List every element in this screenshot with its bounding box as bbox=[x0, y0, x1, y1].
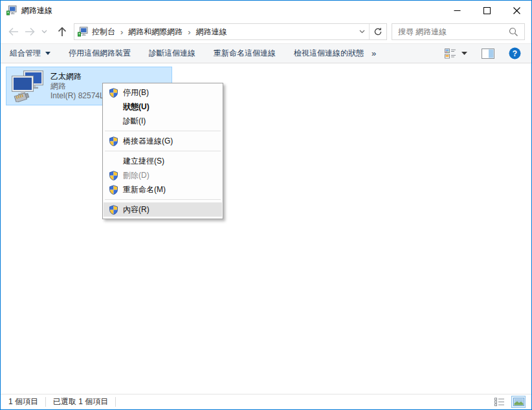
selected-count: 已選取 1 個項目 bbox=[53, 396, 108, 407]
breadcrumb-item-network-and-internet[interactable]: 網路和網際網路 bbox=[124, 27, 186, 38]
forward-arrow-icon bbox=[25, 27, 36, 36]
status-bar: 1 個項目 已選取 1 個項目 bbox=[1, 394, 531, 409]
context-menu-item-create-shortcut[interactable]: 建立捷徑(S) bbox=[104, 154, 222, 168]
menu-item-label: 刪除(D) bbox=[123, 170, 150, 181]
menu-item-label: 停用(B) bbox=[123, 87, 149, 98]
menu-item-label: 診斷(I) bbox=[123, 116, 146, 127]
uac-shield-icon bbox=[104, 205, 123, 215]
status-divider bbox=[45, 397, 46, 407]
adapter-name: 乙太網路 bbox=[50, 72, 104, 81]
adapter-status: 網路 bbox=[50, 81, 104, 91]
file-list-area[interactable]: 乙太網路 網路 Intel(R) 82574L 停用(B)狀態(U)診斷(I)橋… bbox=[1, 63, 531, 394]
context-menu-item-diagnose[interactable]: 診斷(I) bbox=[104, 114, 222, 128]
uac-shield-icon bbox=[104, 185, 123, 195]
toolbar-button-rename-connection[interactable]: 重新命名這個連線 bbox=[214, 48, 276, 59]
preview-pane-button[interactable] bbox=[482, 49, 494, 59]
minimize-icon bbox=[454, 7, 461, 14]
caret-down-icon bbox=[45, 52, 50, 55]
window-controls bbox=[442, 1, 531, 20]
menu-separator bbox=[105, 131, 221, 131]
status-left: 1 個項目 已選取 1 個項目 bbox=[8, 396, 123, 407]
adapter-text: 乙太網路 網路 Intel(R) 82574L bbox=[50, 72, 104, 101]
close-icon bbox=[513, 7, 520, 14]
chevron-down-icon bbox=[359, 30, 365, 34]
menu-item-label: 內容(R) bbox=[123, 204, 150, 215]
menu-item-label: 狀態(U) bbox=[123, 102, 150, 113]
minimize-button[interactable] bbox=[442, 1, 472, 20]
ethernet-adapter-icon bbox=[11, 70, 45, 102]
context-menu-item-rename[interactable]: 重新命名(M) bbox=[104, 182, 222, 197]
breadcrumb: 控制台›網路和網際網路›網路連線 bbox=[88, 27, 355, 38]
explorer-window: 網路連線 bbox=[0, 0, 532, 410]
recent-locations-button[interactable] bbox=[38, 23, 50, 40]
change-view-button[interactable] bbox=[445, 48, 467, 59]
back-button[interactable] bbox=[5, 23, 21, 40]
refresh-button[interactable] bbox=[369, 24, 386, 39]
context-menu-item-delete[interactable]: 刪除(D) bbox=[104, 168, 222, 182]
help-icon: ? bbox=[509, 47, 521, 59]
context-menu-item-status[interactable]: 狀態(U) bbox=[104, 100, 222, 114]
window-title: 網路連線 bbox=[21, 5, 52, 16]
command-toolbar: 組合管理 停用這個網路裝置診斷這個連線重新命名這個連線檢視這個連線的狀態 » bbox=[1, 43, 531, 63]
back-arrow-icon bbox=[8, 27, 19, 36]
search-input[interactable] bbox=[392, 27, 506, 36]
breadcrumb-separator-icon: › bbox=[119, 27, 124, 37]
breadcrumb-separator-icon: › bbox=[186, 27, 192, 37]
caret-down-icon bbox=[461, 52, 467, 55]
status-right bbox=[493, 396, 526, 408]
large-icons-view-button[interactable] bbox=[511, 396, 526, 408]
details-view-button[interactable] bbox=[493, 396, 507, 408]
large-icons-view-icon bbox=[513, 398, 524, 406]
navigation-bar: 控制台›網路和網際網路›網路連線 bbox=[1, 20, 531, 43]
title-bar: 網路連線 bbox=[1, 1, 531, 20]
menu-item-label: 建立捷徑(S) bbox=[123, 156, 164, 167]
breadcrumb-item-network-connections[interactable]: 網路連線 bbox=[192, 27, 231, 38]
toolbar-button-diagnose-connection[interactable]: 診斷這個連線 bbox=[149, 48, 195, 59]
maximize-button[interactable] bbox=[472, 1, 502, 20]
close-button[interactable] bbox=[502, 1, 531, 20]
toolbar-button-view-connection-status[interactable]: 檢視這個連線的狀態 bbox=[294, 48, 364, 59]
uac-shield-icon bbox=[104, 171, 123, 180]
status-divider bbox=[115, 397, 116, 407]
address-dropdown-button[interactable] bbox=[355, 30, 369, 34]
preview-pane-icon bbox=[482, 49, 494, 59]
context-menu-item-properties[interactable]: 內容(R) bbox=[104, 202, 222, 217]
organize-button[interactable]: 組合管理 bbox=[10, 48, 50, 59]
details-view-icon bbox=[494, 398, 505, 406]
adapter-device: Intel(R) 82574L bbox=[50, 91, 104, 101]
context-menu-item-bridge-connections[interactable]: 橋接器連線(G) bbox=[104, 134, 222, 148]
toolbar-right: ? bbox=[445, 47, 521, 59]
up-button[interactable] bbox=[54, 23, 71, 40]
svg-text:?: ? bbox=[513, 49, 517, 58]
maximize-icon bbox=[483, 7, 491, 14]
search-box bbox=[392, 23, 525, 40]
view-list-icon bbox=[445, 48, 456, 59]
address-bar[interactable]: 控制台›網路和網際網路›網路連線 bbox=[74, 23, 387, 40]
items-count: 1 個項目 bbox=[8, 396, 38, 407]
toolbar-button-disable-device[interactable]: 停用這個網路裝置 bbox=[69, 48, 131, 59]
menu-item-label: 重新命名(M) bbox=[123, 184, 166, 195]
organize-label: 組合管理 bbox=[10, 48, 41, 59]
menu-separator bbox=[105, 151, 221, 151]
help-button[interactable]: ? bbox=[509, 47, 521, 59]
uac-shield-icon bbox=[104, 88, 123, 98]
location-icon bbox=[78, 27, 88, 37]
menu-item-label: 橋接器連線(G) bbox=[123, 136, 173, 147]
network-connections-icon bbox=[6, 5, 17, 16]
toolbar-overflow-button[interactable]: » bbox=[371, 49, 375, 58]
breadcrumb-item-control-panel[interactable]: 控制台 bbox=[88, 27, 119, 38]
chevron-down-icon bbox=[41, 30, 47, 34]
forward-button[interactable] bbox=[21, 23, 38, 40]
up-arrow-icon bbox=[58, 27, 67, 37]
uac-shield-icon bbox=[104, 136, 123, 146]
menu-separator bbox=[105, 199, 221, 200]
toolbar-items: 停用這個網路裝置診斷這個連線重新命名這個連線檢視這個連線的狀態 bbox=[50, 48, 364, 59]
context-menu: 停用(B)狀態(U)診斷(I)橋接器連線(G)建立捷徑(S)刪除(D)重新命名(… bbox=[102, 83, 223, 219]
context-menu-item-disable[interactable]: 停用(B) bbox=[104, 85, 222, 100]
search-icon[interactable] bbox=[509, 27, 518, 37]
refresh-icon bbox=[373, 27, 382, 36]
